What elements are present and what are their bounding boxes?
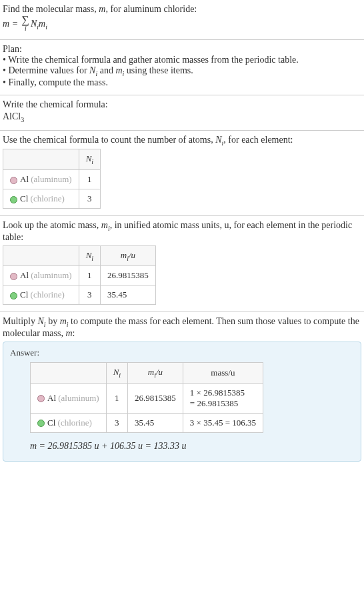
element-cell: Al (aluminum) (31, 383, 107, 413)
mass-table: Ni mi/u Al (aluminum) 1 26.9815385 Cl (c… (3, 245, 156, 306)
eq-m: m (39, 19, 45, 29)
table-row: Cl (chlorine) 3 35.45 3 × 35.45 = 106.35 (31, 413, 263, 432)
header-sub: i (91, 254, 93, 261)
count-text: Use the chemical formula to count the nu… (3, 135, 215, 145)
n-cell: 1 (79, 169, 100, 189)
chem-sub: 3 (21, 116, 24, 123)
count-text: , for each element: (223, 135, 293, 145)
n-header: Ni (79, 149, 100, 170)
element-name: (chlorine) (31, 193, 65, 203)
element-cell: Al (aluminum) (3, 169, 79, 189)
empty-header (3, 245, 79, 266)
element-dot-icon (37, 420, 45, 427)
table-row: Cl (chlorine) 3 35.45 (3, 285, 156, 305)
count-section: Use the chemical formula to count the nu… (0, 131, 364, 216)
element-dot-icon (10, 273, 17, 280)
header-var: m (148, 367, 154, 377)
element-name: (chlorine) (58, 418, 92, 428)
m-cell: 26.9815385 (128, 383, 183, 413)
intro-var: m (99, 4, 105, 14)
formula-heading: Write the chemical formula: (3, 99, 361, 110)
element-symbol: Cl (20, 193, 28, 203)
header-unit: /u (129, 250, 135, 260)
mass-line: = 26.9815385 (190, 398, 238, 408)
result-line: m = 26.9815385 u + 106.35 u = 133.33 u (30, 441, 354, 452)
eq-m-sub: i (45, 23, 47, 31)
header-unit: /u (156, 367, 163, 377)
element-symbol: Cl (20, 289, 28, 300)
final-section: Multiply Ni by mi to compute the mass fo… (0, 312, 364, 468)
n-cell: 3 (79, 285, 100, 305)
sigma-icon: ∑ (22, 14, 29, 25)
element-cell: Cl (chlorine) (31, 413, 107, 432)
plan-heading: Plan: (3, 44, 361, 55)
final-heading: Multiply Ni by mi to compute the mass fo… (3, 316, 361, 339)
element-dot-icon (37, 395, 45, 402)
empty-header (31, 363, 107, 384)
element-cell: Al (aluminum) (3, 266, 79, 285)
plan-text: • Determine values for (3, 65, 89, 75)
plan-bullet: • Finally, compute the mass. (3, 77, 361, 88)
element-dot-icon (10, 292, 17, 300)
chemical-formula: AlCl3 (3, 111, 361, 123)
mass-header: mass/u (183, 363, 263, 384)
table-header-row: Ni mi/u (3, 245, 156, 266)
n-cell: 1 (79, 266, 100, 285)
table-row: Cl (chlorine) 3 (3, 189, 101, 208)
table-header-row: Ni mi/u mass/u (31, 363, 263, 384)
m-header: mi/u (101, 245, 156, 266)
final-var: m (65, 328, 72, 338)
table-row: Al (aluminum) 1 26.9815385 1 × 26.981538… (31, 383, 263, 413)
element-dot-icon (10, 196, 17, 203)
m-cell: 35.45 (101, 285, 156, 305)
mass-cell: 1 × 26.9815385= 26.9815385 (183, 383, 263, 413)
intro-text: Find the molecular mass, (3, 4, 99, 14)
m-header: mi/u (128, 363, 183, 384)
formula-section: Write the chemical formula: AlCl3 (0, 95, 364, 131)
count-table: Ni Al (aluminum) 1 Cl (chlorine) 3 (3, 149, 101, 209)
header-var: N (86, 153, 92, 163)
element-symbol: Al (20, 270, 29, 280)
eq-eq: = (9, 19, 20, 29)
element-symbol: Cl (47, 418, 55, 428)
sum-symbol: ∑i (22, 16, 29, 33)
intro-text2: , for aluminum chloride: (105, 4, 197, 14)
element-symbol: Al (20, 174, 29, 184)
answer-label: Answer: (10, 348, 354, 358)
mass-text: Look up the atomic mass, (3, 220, 101, 230)
element-name: (aluminum) (31, 270, 71, 280)
header-var: N (113, 367, 119, 377)
final-var: N (38, 316, 44, 326)
element-name: (aluminum) (31, 174, 71, 184)
element-cell: Cl (chlorine) (3, 285, 79, 305)
empty-header (3, 149, 79, 170)
n-header: Ni (106, 363, 127, 384)
plan-section: Plan: • Write the chemical formula and g… (0, 40, 364, 95)
plan-var: m (115, 65, 122, 75)
final-text: Multiply (3, 316, 38, 326)
element-symbol: Al (47, 393, 56, 403)
element-dot-icon (10, 177, 17, 184)
intro-equation: m = ∑iNimi (3, 16, 361, 33)
table-header-row: Ni (3, 149, 101, 170)
mass-var: m (101, 220, 108, 230)
header-sub: i (91, 158, 93, 165)
n-header: Ni (79, 245, 100, 266)
element-cell: Cl (chlorine) (3, 189, 79, 208)
n-cell: 3 (106, 413, 127, 432)
n-cell: 1 (106, 383, 127, 413)
plan-bullet: • Determine values for Ni and mi using t… (3, 65, 361, 77)
element-name: (chlorine) (31, 289, 65, 300)
intro-line: Find the molecular mass, m, for aluminum… (3, 4, 361, 15)
final-var: m (60, 316, 67, 326)
final-text: : (73, 328, 75, 338)
final-text: by (46, 316, 60, 326)
count-var: N (215, 135, 221, 145)
chem-text: AlCl (3, 111, 21, 121)
m-cell: 35.45 (128, 413, 183, 432)
m-cell: 26.9815385 (101, 266, 156, 285)
header-var: m (121, 250, 127, 260)
answer-table: Ni mi/u mass/u Al (aluminum) 1 26.981538… (30, 362, 263, 433)
plan-text: and (97, 65, 115, 75)
sum-index: i (22, 25, 29, 33)
